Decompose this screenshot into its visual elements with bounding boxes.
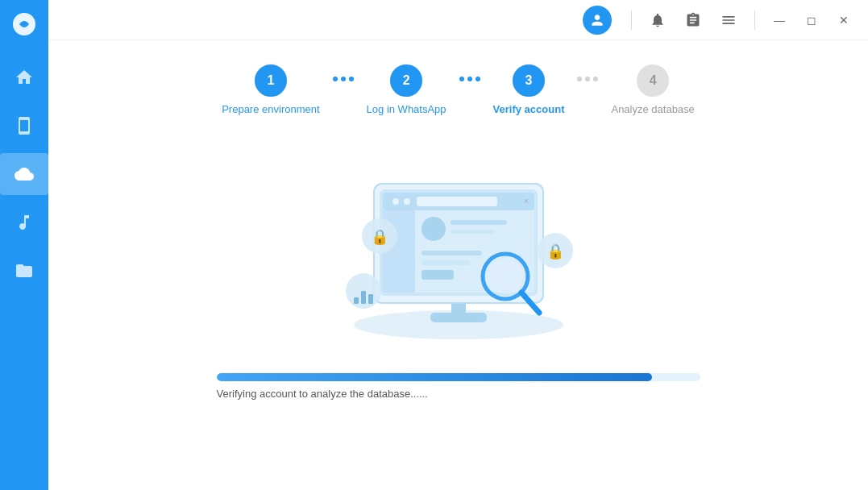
step-2-circle: 2 xyxy=(390,64,422,97)
close-button[interactable]: ✕ xyxy=(833,9,855,31)
dot xyxy=(593,77,598,81)
dot xyxy=(349,77,354,81)
step-3-circle: 3 xyxy=(513,64,545,97)
dot xyxy=(341,77,346,81)
step-1: 1 Prepare environment xyxy=(222,64,319,115)
dot xyxy=(585,77,590,81)
dot xyxy=(476,77,480,81)
step-4-label: Analyze database xyxy=(611,103,694,115)
app-logo[interactable] xyxy=(0,0,48,48)
main-area: 1 Prepare environment 2 Log in WhatsApp xyxy=(48,40,868,490)
svg-rect-18 xyxy=(422,260,470,265)
dot xyxy=(577,77,582,81)
step-2-label: Log in WhatsApp xyxy=(367,103,446,115)
step-4-number: 4 xyxy=(650,73,657,88)
svg-rect-15 xyxy=(451,220,507,225)
titlebar-divider-2 xyxy=(754,10,755,30)
svg-text:🔒: 🔒 xyxy=(371,228,389,246)
progress-bar-background xyxy=(217,373,700,381)
progress-bar-fill xyxy=(217,373,652,381)
clipboard-icon[interactable] xyxy=(680,7,706,33)
svg-rect-26 xyxy=(354,297,359,304)
sidebar-item-files[interactable] xyxy=(0,250,48,292)
step-2: 2 Log in WhatsApp xyxy=(367,64,446,115)
svg-rect-11 xyxy=(417,197,497,206)
step-4: 4 Analyze database xyxy=(611,64,694,115)
step-1-number: 1 xyxy=(267,73,274,88)
svg-point-21 xyxy=(488,259,523,294)
svg-rect-17 xyxy=(422,251,482,255)
minimize-button[interactable]: — xyxy=(768,9,791,31)
step-3: 3 Verify account xyxy=(493,64,565,115)
dot xyxy=(459,77,464,81)
sidebar xyxy=(0,0,48,490)
notification-icon[interactable] xyxy=(645,7,671,33)
titlebar-divider-1 xyxy=(631,10,632,30)
progress-container: Verifying account to analyze the databas… xyxy=(217,373,700,400)
maximize-button[interactable]: ◻ xyxy=(800,9,823,31)
step-3-label: Verify account xyxy=(493,103,565,115)
svg-text:🔒: 🔒 xyxy=(546,243,565,260)
sidebar-item-cloud[interactable] xyxy=(0,153,48,195)
progress-status-text: Verifying account to analyze the databas… xyxy=(217,388,700,400)
svg-point-9 xyxy=(392,198,399,205)
main-content: — ◻ ✕ 1 Prepare environment 2 xyxy=(48,0,868,490)
dot xyxy=(467,77,472,81)
illustration: × 🔒 xyxy=(305,139,612,349)
steps-indicator: 1 Prepare environment 2 Log in WhatsApp xyxy=(81,64,836,115)
svg-rect-28 xyxy=(368,294,373,304)
sidebar-item-home[interactable] xyxy=(0,56,48,98)
svg-text:×: × xyxy=(524,197,529,206)
user-avatar[interactable] xyxy=(583,6,612,35)
svg-point-1 xyxy=(22,22,27,27)
menu-icon[interactable] xyxy=(716,7,741,33)
svg-rect-19 xyxy=(422,270,454,280)
step-1-label: Prepare environment xyxy=(222,103,319,115)
step-3-number: 3 xyxy=(525,73,533,88)
step-2-number: 2 xyxy=(403,73,410,88)
sidebar-nav xyxy=(0,56,48,490)
dot xyxy=(333,77,338,81)
svg-point-10 xyxy=(404,198,410,205)
step-4-circle: 4 xyxy=(637,64,669,97)
sidebar-item-music[interactable] xyxy=(0,201,48,243)
titlebar: — ◻ ✕ xyxy=(48,0,868,40)
step-dots-3 xyxy=(577,77,598,81)
svg-rect-16 xyxy=(451,230,495,234)
step-1-circle: 1 xyxy=(255,64,287,97)
svg-rect-14 xyxy=(422,217,446,241)
sidebar-item-device[interactable] xyxy=(0,105,48,147)
step-dots-1 xyxy=(333,77,354,81)
svg-rect-27 xyxy=(361,291,366,304)
step-dots-2 xyxy=(459,77,480,81)
